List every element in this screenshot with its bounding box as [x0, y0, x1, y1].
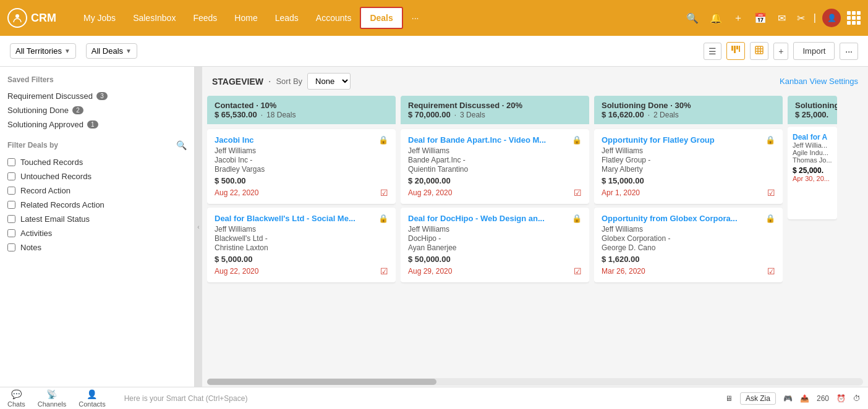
card-check-icon-5[interactable]: ☑ — [767, 188, 775, 198]
lock-icon-5: 🔒 — [765, 135, 775, 145]
bottom-tab-channels[interactable]: 📡 Channels — [38, 389, 66, 408]
svg-rect-5 — [755, 46, 763, 54]
nav-deals[interactable]: Deals — [360, 7, 402, 29]
sidebar-collapse-handle[interactable]: ‹ — [195, 67, 202, 387]
nav-menu: My Jobs SalesInbox Feeds Home Leads Acco… — [75, 7, 684, 29]
cards-contacted: Jacobi Inc 🔒 Jeff Williams Jacobi Inc - … — [207, 127, 396, 372]
bottom-tab-chats[interactable]: 💬 Chats — [7, 389, 25, 408]
kanban-toolbar: STAGEVIEW · Sort By None Kanban View Set… — [202, 67, 868, 96]
screen-share-icon[interactable]: 🖥 — [725, 394, 733, 403]
kanban-settings-link[interactable]: Kanban View Settings — [780, 77, 858, 86]
settings-icon[interactable]: ✂ — [794, 10, 807, 27]
col-header-req: Requirement Discussed · 20% $ 70,000.00 … — [401, 96, 589, 124]
lock-icon: 🔒 — [378, 135, 388, 145]
filter-notes[interactable]: Notes — [7, 240, 187, 255]
horizontal-scrollbar[interactable] — [207, 378, 863, 386]
nav-myjobs[interactable]: My Jobs — [75, 8, 124, 28]
card-title-bande: Deal for Bande Apart.Inc - Video M... — [408, 135, 568, 145]
nav-leads[interactable]: Leads — [266, 8, 307, 28]
territory-filter[interactable]: All Territories ▼ — [10, 43, 76, 59]
col-header-contacted: Contacted · 10% $ 65,530.00 · 18 Deals — [207, 96, 396, 124]
user-avatar[interactable]: 👤 — [822, 9, 841, 27]
card-flatley[interactable]: Opportunity for Flatley Group 🔒 Jeff Wil… — [594, 129, 783, 204]
nav-more[interactable]: ··· — [403, 8, 428, 28]
card-check-icon-4[interactable]: ☑ — [574, 266, 582, 276]
card-dochipo[interactable]: Deal for DocHipo - Web Design an... 🔒 Je… — [401, 208, 589, 282]
kanban-col-contacted: Contacted · 10% $ 65,530.00 · 18 Deals J… — [207, 96, 396, 372]
sidebar: Saved Filters Requirement Discussed 3 So… — [0, 67, 195, 387]
svg-rect-3 — [736, 46, 738, 49]
apps-grid-icon[interactable] — [847, 11, 861, 25]
card-check-icon-3[interactable]: ☑ — [574, 188, 582, 198]
card-title-jacobi: Jacobi Inc — [215, 135, 375, 145]
card-check-icon-6[interactable]: ☑ — [767, 266, 775, 276]
nav-salesinbox[interactable]: SalesInbox — [124, 8, 184, 28]
bottom-right-actions: 🖥 Ask Zia 🎮 📤 260 ⏰ ⏱ — [725, 392, 861, 405]
col-amount-sol-done: $ 16,620.00 — [602, 110, 644, 119]
record-action-checkbox[interactable] — [7, 187, 15, 195]
filter-search-icon[interactable]: 🔍 — [176, 140, 187, 150]
filter-untouched-records[interactable]: Untouched Records — [7, 169, 187, 183]
app-logo[interactable]: CRM — [7, 8, 69, 28]
saved-filter-requirement-discussed[interactable]: Requirement Discussed 3 — [7, 89, 187, 103]
untouched-records-checkbox[interactable] — [7, 172, 15, 180]
card-check-icon-2[interactable]: ☑ — [380, 266, 388, 276]
col-amount-req: $ 70,000.00 — [408, 110, 451, 119]
card-check-icon[interactable]: ☑ — [380, 188, 388, 198]
more-options-button[interactable]: ··· — [840, 43, 858, 60]
card-globex[interactable]: Opportunity from Globex Corpora... 🔒 Jef… — [594, 208, 783, 282]
deals-caret: ▼ — [126, 48, 132, 54]
lock-icon-4: 🔒 — [572, 214, 582, 223]
clock-icon[interactable]: ⏰ — [836, 394, 846, 403]
notes-checkbox[interactable] — [7, 243, 15, 251]
gamepad-icon[interactable]: 🎮 — [783, 394, 793, 403]
latest-email-status-checkbox[interactable] — [7, 215, 15, 223]
kanban-area: STAGEVIEW · Sort By None Kanban View Set… — [202, 67, 868, 387]
svg-rect-1 — [731, 46, 733, 51]
mail-icon[interactable]: ✉ — [775, 10, 788, 27]
lock-icon-2: 🔒 — [378, 214, 388, 223]
notification-icon[interactable]: 🔔 — [707, 10, 725, 27]
filter-activities[interactable]: Activities — [7, 226, 187, 240]
filter-related-records-action[interactable]: Related Records Action — [7, 198, 187, 212]
main-content: Saved Filters Requirement Discussed 3 So… — [0, 67, 868, 387]
filter-view-button[interactable] — [750, 42, 768, 60]
card-jacobi-inc[interactable]: Jacobi Inc 🔒 Jeff Williams Jacobi Inc - … — [207, 129, 396, 204]
bottom-tab-contacts[interactable]: 👤 Contacts — [79, 389, 105, 408]
card-title-flatley: Opportunity for Flatley Group — [602, 135, 762, 145]
sort-select[interactable]: None — [307, 73, 351, 90]
calendar-icon[interactable]: 📅 — [752, 10, 769, 27]
col-deals-count-contacted: 18 Deals — [266, 111, 296, 119]
card-partial[interactable]: Deal for A Jeff Willia... Agile Indu... … — [788, 127, 837, 219]
zoom-level[interactable]: 260 — [817, 394, 829, 403]
upload-icon[interactable]: 📤 — [800, 394, 809, 403]
card-blackwells[interactable]: Deal for Blackwell's Ltd - Social Me... … — [207, 208, 396, 282]
kanban-col-solutioning-partial: Solutioning... $ 25,000. Deal for A Jeff… — [788, 96, 837, 372]
nav-feeds[interactable]: Feeds — [184, 8, 226, 28]
add-record-button[interactable]: + — [773, 43, 788, 60]
deals-filter[interactable]: All Deals ▼ — [86, 43, 137, 59]
touched-records-checkbox[interactable] — [7, 158, 15, 166]
list-view-button[interactable]: ☰ — [704, 43, 721, 60]
add-icon[interactable]: ＋ — [731, 9, 746, 27]
import-button[interactable]: Import — [793, 42, 835, 60]
filter-touched-records[interactable]: Touched Records — [7, 155, 187, 169]
saved-filter-solutioning-done[interactable]: Solutioning Done 2 — [7, 103, 187, 117]
filter-record-action[interactable]: Record Action — [7, 183, 187, 198]
search-icon[interactable]: 🔍 — [684, 10, 701, 27]
saved-filter-solutioning-approved[interactable]: Solutioning Approved 1 — [7, 117, 187, 132]
ask-zia-button[interactable]: Ask Zia — [740, 392, 776, 405]
card-title-globex: Opportunity from Globex Corpora... — [602, 214, 762, 223]
nav-home[interactable]: Home — [226, 8, 266, 28]
col-title-sol-done: Solutioning Done · 30% — [602, 101, 775, 110]
activities-checkbox[interactable] — [7, 229, 15, 237]
kanban-view-button[interactable] — [726, 42, 745, 60]
svg-point-0 — [15, 14, 19, 18]
col-deals-req: 3 Deals — [460, 111, 485, 119]
related-records-action-checkbox[interactable] — [7, 201, 15, 209]
card-bande-apart[interactable]: Deal for Bande Apart.Inc - Video M... 🔒 … — [401, 129, 589, 204]
filter-latest-email-status[interactable]: Latest Email Status — [7, 212, 187, 226]
timer-icon[interactable]: ⏱ — [853, 394, 861, 403]
kanban-columns: Contacted · 10% $ 65,530.00 · 18 Deals J… — [202, 96, 868, 377]
nav-accounts[interactable]: Accounts — [307, 8, 360, 28]
